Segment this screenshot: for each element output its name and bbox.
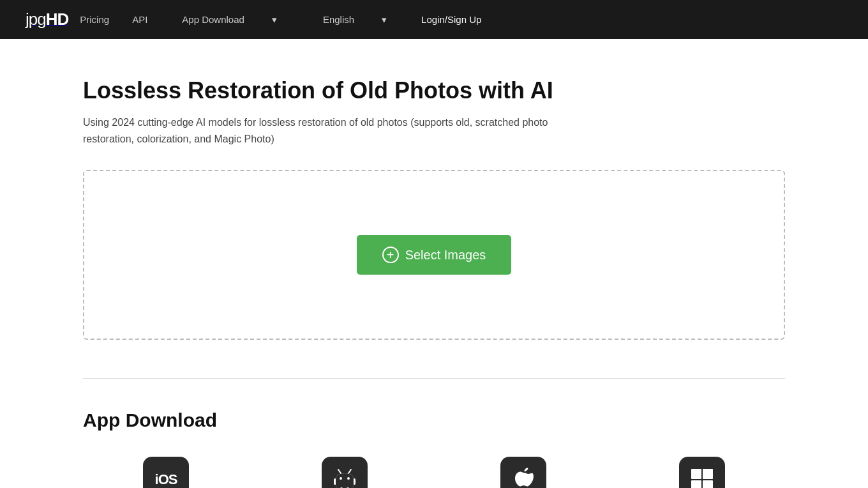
svg-point-8 [340, 477, 342, 480]
nav-link-login[interactable]: Login/Sign Up [410, 0, 493, 39]
select-images-label: Select Images [405, 248, 486, 263]
select-images-button[interactable]: + Select Images [357, 235, 512, 275]
nav-link-api[interactable]: API [121, 0, 159, 39]
upload-dropzone[interactable]: + Select Images [83, 170, 785, 340]
nav-item-login[interactable]: Login/Sign Up [410, 0, 493, 39]
android-icon-box [322, 457, 368, 488]
plus-circle-icon: + [382, 247, 399, 263]
nav-item-pricing[interactable]: Pricing [68, 0, 121, 39]
windows-icon-box [679, 457, 725, 488]
app-download-dropdown-arrow: ▾ [260, 0, 288, 39]
english-dropdown-arrow: ▾ [370, 0, 398, 39]
mac-app-link[interactable]: Mac OS [440, 457, 606, 488]
mac-icon-box [500, 457, 546, 488]
nav-link-app-download[interactable]: App Download ▾ [159, 0, 300, 39]
logo[interactable]: jpgHD [26, 10, 68, 29]
ios-app-link[interactable]: iOS iOS App [83, 457, 249, 488]
nav-item-app-download[interactable]: App Download ▾ [159, 0, 300, 39]
svg-rect-12 [691, 480, 701, 488]
app-download-section: App Download iOS iOS App [83, 409, 785, 488]
ios-icon: iOS [155, 471, 177, 488]
windows-icon [690, 468, 714, 488]
nav-item-api[interactable]: API [121, 0, 159, 39]
android-app-link[interactable]: Android App Google Play [262, 457, 428, 488]
ios-icon-box: iOS [143, 457, 189, 488]
app-grid: iOS iOS App [83, 457, 785, 488]
svg-line-6 [338, 469, 341, 473]
windows-app-link[interactable]: Windows 32bit Windows 64bit [619, 457, 785, 488]
logo-light: jpg [26, 10, 46, 29]
svg-rect-13 [703, 480, 713, 488]
nav-link-english[interactable]: English ▾ [300, 0, 410, 39]
svg-rect-11 [703, 469, 713, 479]
apple-icon [510, 466, 537, 488]
logo-bold: HD [46, 10, 69, 29]
nav-item-english[interactable]: English ▾ [300, 0, 410, 39]
app-download-title: App Download [83, 409, 785, 431]
main-content: Lossless Restoration of Old Photos with … [57, 39, 811, 488]
nav-link-pricing[interactable]: Pricing [68, 0, 121, 39]
hero-section: Lossless Restoration of Old Photos with … [83, 77, 785, 147]
hero-title: Lossless Restoration of Old Photos with … [83, 77, 785, 104]
section-divider [83, 378, 785, 379]
android-icon [332, 467, 357, 488]
hero-subtitle: Using 2024 cutting-edge AI models for lo… [83, 114, 581, 147]
svg-line-7 [348, 469, 351, 473]
svg-rect-10 [691, 469, 701, 479]
svg-point-9 [347, 477, 350, 480]
navbar: jpgHD Pricing API App Download ▾ English… [0, 0, 868, 39]
nav-links: Pricing API App Download ▾ English ▾ Log… [68, 0, 493, 39]
